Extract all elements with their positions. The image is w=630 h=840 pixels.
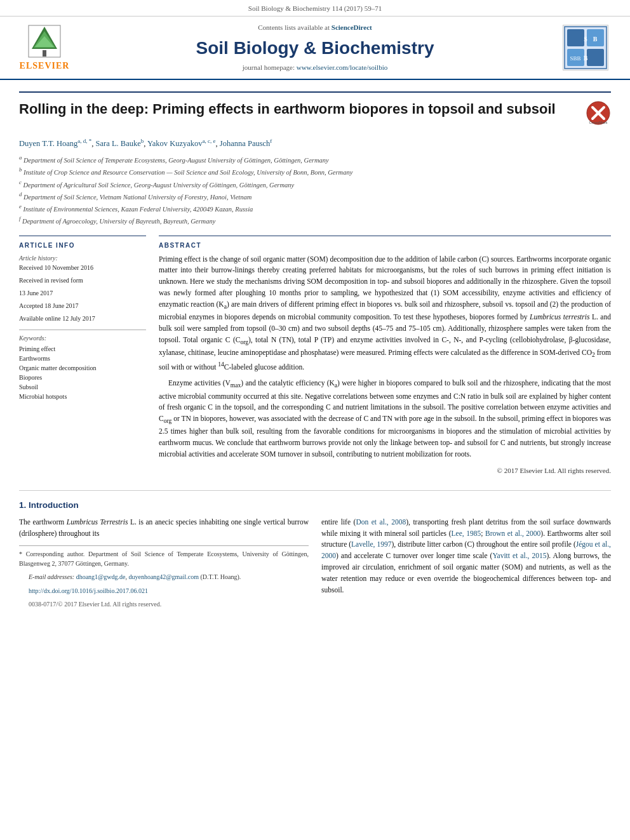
history-label: Article history:	[19, 254, 146, 263]
abstract-copyright: © 2017 Elsevier Ltd. All rights reserved…	[159, 465, 611, 476]
email2-link[interactable]: duyenhoang42@gmail.com	[128, 573, 199, 580]
svg-text:S: S	[584, 36, 587, 43]
top-bar: Soil Biology & Biochemistry 114 (2017) 5…	[0, 0, 630, 17]
main-content: Rolling in the deep: Priming effects in …	[0, 80, 630, 627]
affil-d: d Department of Soil Science, Vietnam Na…	[19, 190, 611, 202]
keyword-1: Priming effect	[19, 345, 146, 354]
header-center: Contents lists available at ScienceDirec…	[76, 23, 554, 72]
intro-col-1: The earthworm Lumbricus Terrestris L. is…	[19, 517, 309, 614]
accepted-value: Accepted 18 June 2017	[19, 302, 146, 310]
abstract-para1: Priming effect is the change of soil org…	[159, 254, 611, 373]
keyword-4: Biopores	[19, 373, 146, 382]
article-info-heading: Article Info	[19, 241, 146, 250]
sbb-logo-container: S B B SBB	[554, 25, 617, 70]
affil-b: b Institute of Crop Science and Resource…	[19, 166, 611, 177]
article-info-box: Article Info Article history: Received 1…	[19, 236, 146, 401]
intro-col-2: entire life (Don et al., 2008), transpor…	[321, 517, 611, 614]
keyword-6: Microbial hotspots	[19, 392, 146, 401]
available-value: Available online 12 July 2017	[19, 314, 146, 323]
affil-e: e Institute of Environmental Sciences, K…	[19, 203, 611, 214]
ref-lee1985[interactable]: Lee, 1985	[452, 530, 481, 537]
svg-text:SBB: SBB	[570, 55, 580, 62]
sbb-logo-icon: S B B SBB	[563, 25, 608, 70]
keyword-2: Earthworms	[19, 354, 146, 363]
affil-c: c Department of Agricultural Soil Scienc…	[19, 178, 611, 190]
svg-rect-6	[567, 29, 584, 46]
email-suffix: (D.T.T. Hoang).	[201, 573, 241, 580]
abstract-text: Priming effect is the change of soil org…	[159, 254, 611, 476]
journal-homepage-link[interactable]: www.elsevier.com/locate/soilbio	[297, 63, 387, 71]
svg-text:B: B	[584, 55, 588, 62]
doi-line[interactable]: http://dx.doi.org/10.1016/j.soilbio.2017…	[19, 587, 309, 596]
author-kuzyakov: Yakov Kuzyakov	[147, 140, 203, 149]
ref-lavelle1997[interactable]: Lavelle, 1997	[351, 540, 391, 548]
revised-label: Received in revised form	[19, 276, 146, 285]
author-bauke: Sara L. Bauke	[96, 140, 141, 149]
abstract-heading: Abstract	[159, 241, 611, 250]
footnote-emails: E-mail addresses: dhoang1@gwdg.de, duyen…	[19, 573, 309, 582]
svg-text:B: B	[593, 36, 598, 43]
elsevier-text: ELSEVIER	[20, 60, 70, 72]
elsevier-logo-container: ELSEVIER	[13, 23, 76, 72]
article-info-abstract-row: Article Info Article history: Received 1…	[19, 236, 611, 476]
authors-line: Duyen T.T. Hoanga, d, *, Sara L. Baukeb,…	[19, 137, 611, 150]
svg-text:CrossMark: CrossMark	[589, 121, 608, 124]
footnote-corresponding: * Corresponding author. Department of So…	[19, 550, 309, 568]
elsevier-tree-icon	[25, 23, 64, 58]
article-title: Rolling in the deep: Priming effects in …	[19, 100, 576, 119]
introduction-section: 1. Introduction The earthworm Lumbricus …	[19, 490, 611, 614]
journal-title-header: Soil Biology & Biochemistry	[76, 36, 554, 60]
abstract-box: Abstract Priming effect is the change of…	[159, 236, 611, 476]
affil-f: f Department of Agroecology, University …	[19, 215, 611, 226]
ref-don2008[interactable]: Don et al., 2008	[356, 518, 406, 526]
affil-a: a Department of Soil Science of Temperat…	[19, 154, 611, 165]
keyword-5: Subsoil	[19, 383, 146, 392]
keywords-label: Keywords:	[19, 334, 146, 343]
journal-ref: Soil Biology & Biochemistry 114 (2017) 5…	[248, 4, 382, 12]
col-right: Abstract Priming effect is the change of…	[159, 236, 611, 476]
received-value: Received 10 November 2016	[19, 263, 146, 272]
crossmark-badge[interactable]: CrossMark	[586, 100, 611, 126]
sciencedirect-line: Contents lists available at ScienceDirec…	[76, 23, 554, 32]
section-1-title: 1. Introduction	[19, 500, 611, 512]
ref-brown2000[interactable]: Brown et al., 2000	[485, 530, 540, 537]
footnote-area: * Corresponding author. Department of So…	[19, 545, 309, 610]
crossmark-icon: CrossMark	[586, 100, 611, 126]
svg-rect-0	[43, 50, 46, 57]
journal-homepage-line: journal homepage: www.elsevier.com/locat…	[76, 63, 554, 72]
journal-header: ELSEVIER Contents lists available at Sci…	[0, 17, 630, 80]
email1-link[interactable]: dhoang1@gwdg.de	[76, 573, 126, 580]
keywords-section: Keywords: Priming effect Earthworms Orga…	[19, 330, 146, 401]
revised-date: 13 June 2017	[19, 289, 146, 298]
elsevier-logo: ELSEVIER	[20, 23, 70, 72]
author-hoang: Duyen T.T. Hoang	[19, 140, 77, 149]
copyright-footer: 0038-0717/© 2017 Elsevier Ltd. All right…	[19, 600, 309, 610]
col-left: Article Info Article history: Received 1…	[19, 236, 146, 476]
affiliations: a Department of Soil Science of Temperat…	[19, 154, 611, 227]
intro-para1-col1: The earthworm Lumbricus Terrestris L. is…	[19, 517, 309, 540]
svg-rect-9	[587, 49, 604, 66]
keyword-3: Organic matter decomposition	[19, 364, 146, 373]
author-pausch: Johanna Pausch	[220, 140, 271, 149]
sbb-logo: S B B SBB	[563, 25, 608, 70]
abstract-para2: Enzyme activities (Vmax) and the catalyt…	[159, 378, 611, 460]
intro-para1-col2: entire life (Don et al., 2008), transpor…	[321, 517, 611, 596]
ref-yavitt2015[interactable]: Yavitt et al., 2015	[492, 552, 546, 559]
intro-two-col: The earthworm Lumbricus Terrestris L. is…	[19, 517, 611, 614]
article-title-section: Rolling in the deep: Priming effects in …	[19, 91, 611, 131]
sciencedirect-link[interactable]: ScienceDirect	[332, 23, 372, 31]
species-name: Lumbricus Terrestris	[67, 518, 128, 526]
